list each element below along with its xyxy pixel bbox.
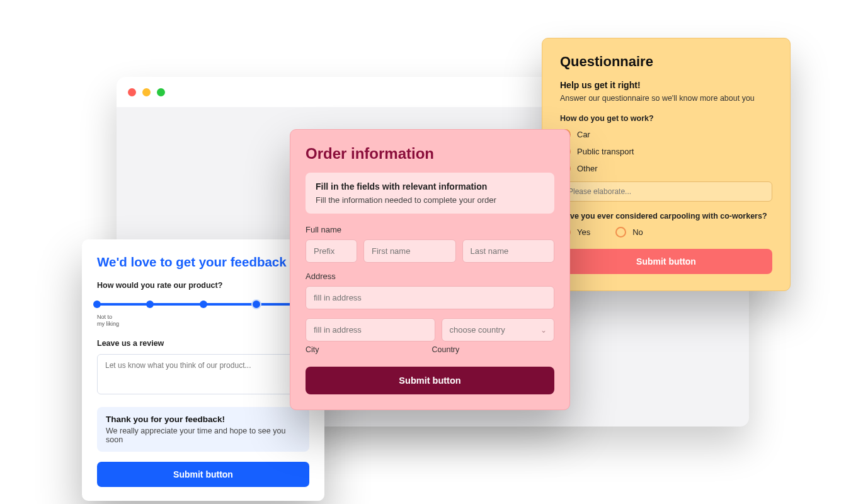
elaborate-input[interactable] (560, 181, 772, 202)
order-info-title: Fill in the fields with relevant informa… (316, 181, 544, 192)
q2-option-no[interactable]: No (615, 227, 643, 238)
feedback-title: We'd love to get your feedback (97, 255, 309, 270)
q1-option-other[interactable]: Other (560, 163, 772, 174)
slider-stop (146, 301, 154, 308)
thanks-desc: We really appreciate your time and hope … (106, 427, 300, 444)
q2-option-label: Yes (577, 227, 590, 237)
q2-option-label: No (632, 227, 643, 237)
first-name-input[interactable] (363, 239, 456, 263)
questionnaire-desc: Answer our questionnaire so we'll know m… (560, 94, 772, 103)
q2-label: Have you ever considered carpooling with… (560, 212, 772, 220)
order-info-desc: Fill the information needed to complete … (316, 195, 544, 205)
feedback-submit-button[interactable]: Submit button (97, 462, 309, 487)
questionnaire-subtitle: Help us get it right! (560, 80, 772, 90)
q1-option-label: Car (577, 130, 590, 139)
window-maximize-dot[interactable] (157, 88, 165, 96)
questionnaire-submit-button[interactable]: Submit button (560, 249, 772, 274)
questionnaire-title: Questionnaire (560, 54, 772, 70)
order-card: Order information Fill in the fields wit… (290, 129, 570, 410)
address-label: Address (306, 272, 554, 281)
feedback-card: We'd love to get your feedback How would… (82, 239, 324, 501)
slider-stop (93, 301, 101, 308)
fullname-label: Full name (306, 225, 554, 234)
last-name-input[interactable] (462, 239, 555, 263)
city-input[interactable] (306, 318, 435, 341)
feedback-q1: How would you rate our product? (97, 281, 309, 290)
order-info-box: Fill in the fields with relevant informa… (306, 173, 554, 214)
order-submit-button[interactable]: Submit button (306, 367, 554, 394)
review-textarea[interactable] (97, 354, 309, 394)
review-label: Leave us a review (97, 339, 309, 348)
q1-option-label: Other (577, 164, 598, 173)
q1-option-label: Public transport (577, 147, 634, 156)
q1-option-car[interactable]: Car (560, 129, 772, 140)
slider-stop (200, 301, 207, 308)
rating-slider[interactable] (97, 299, 309, 310)
address-input[interactable] (306, 286, 554, 309)
q1-option-public-transport[interactable]: Public transport (560, 146, 772, 157)
window-close-dot[interactable] (128, 88, 136, 96)
prefix-input[interactable] (306, 239, 357, 263)
order-title: Order information (306, 145, 554, 163)
city-sublabel: City (306, 345, 428, 354)
thanks-title: Thank you for your feedback! (106, 415, 300, 424)
q1-label: How do you get to work? (560, 114, 772, 123)
country-select[interactable] (442, 318, 555, 341)
window-minimize-dot[interactable] (142, 88, 151, 96)
questionnaire-card: Questionnaire Help us get it right! Answ… (542, 38, 791, 291)
country-sublabel: Country (428, 345, 555, 354)
thanks-box: Thank you for your feedback! We really a… (97, 407, 309, 452)
slider-thumb[interactable] (251, 299, 261, 309)
radio-icon (615, 227, 626, 238)
slider-low-caption: Not to my liking (97, 314, 309, 328)
